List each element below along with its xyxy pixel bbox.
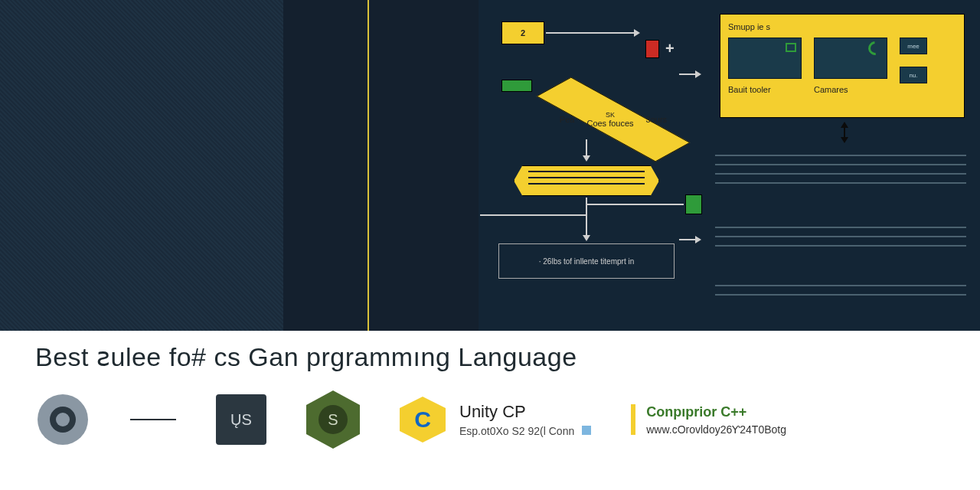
cpp-title: Conpıprior C++ — [646, 404, 786, 420]
arrow-right-3 — [679, 239, 699, 240]
red-box — [645, 40, 659, 58]
flow-start-label: 2 — [521, 28, 525, 38]
unity-subtitle: Esp.ot0Xo S2 92(l Conn — [459, 425, 574, 437]
arrow-right-2 — [679, 74, 699, 75]
connector-line — [130, 419, 176, 420]
connector-h1 — [480, 214, 587, 216]
connector-v1 — [586, 198, 587, 216]
yellow-bar-icon — [631, 404, 635, 435]
cpp-block: Conpıprior C++ www.cOrovldoy26Ƴ24T0Botg — [631, 404, 786, 436]
connector-h2 — [586, 204, 684, 205]
top-region: 2 + Pea SK Coes fouces 3ours · 26lbs tof… — [0, 0, 980, 331]
preview-title: Smupp ie s — [728, 22, 956, 31]
preview-window: Smupp ie s Bauit tooler Camares mee nu. — [720, 14, 965, 118]
arrow-right-1 — [546, 32, 638, 34]
thumb1-label: Bauit tooler — [728, 85, 802, 94]
gear-icon — [35, 392, 90, 447]
text-lines-2 — [715, 219, 966, 254]
decision-top: SK — [606, 111, 615, 119]
arrow-down-2 — [586, 216, 587, 239]
decision-right: 3ours — [646, 115, 668, 124]
flow-start-box: 2 — [501, 21, 544, 44]
process-hex — [514, 165, 659, 196]
text-lines-1 — [715, 147, 966, 191]
middle-panel — [283, 0, 479, 331]
left-texture-panel — [0, 0, 283, 331]
unity-title: Unity CP — [459, 402, 591, 422]
decision-diamond: Pea SK Coes fouces 3ours — [514, 96, 713, 142]
c-badge-icon: C — [400, 397, 446, 443]
logo-row: ŲS S C Unity CP Esp.ot0Xo S2 92(l Conn C… — [35, 390, 945, 449]
decision-mid: Coes fouces — [586, 119, 633, 128]
bottom-region: Best ƨulee fo# cs Gan prgrammıng Languag… — [0, 331, 980, 490]
check-icon — [582, 426, 591, 435]
window-button-2[interactable]: nu. — [900, 67, 927, 83]
s-hex-icon: S — [306, 390, 360, 449]
green-square — [685, 194, 702, 214]
cpp-subtitle: www.cOrovldoy26Ƴ24T0Botg — [646, 423, 786, 436]
text-lines-3 — [715, 277, 966, 303]
arrow-down-1 — [586, 139, 587, 159]
double-arrow-icon — [844, 124, 845, 141]
output-text: · 26lbs tof inllente titemprt in — [539, 257, 635, 266]
output-box: · 26lbs tof inllente titemprt in — [498, 243, 675, 279]
c-label: C — [414, 407, 431, 433]
js-badge: ŲS — [216, 394, 266, 445]
headline: Best ƨulee fo# cs Gan prgrammıng Languag… — [35, 341, 945, 372]
window-button-1[interactable]: mee — [900, 38, 927, 54]
vertical-divider — [368, 0, 369, 331]
thumb2-label: Camares — [814, 85, 887, 94]
plus-icon: + — [665, 40, 675, 57]
thumbnail-1[interactable] — [728, 38, 802, 79]
thumbnail-2[interactable] — [814, 38, 887, 79]
js-label: ŲS — [230, 411, 252, 429]
diagram-panel: 2 + Pea SK Coes fouces 3ours · 26lbs tof… — [479, 0, 980, 331]
decision-left: Pea — [560, 115, 575, 124]
s-label: S — [328, 411, 338, 429]
green-bar — [501, 80, 532, 92]
